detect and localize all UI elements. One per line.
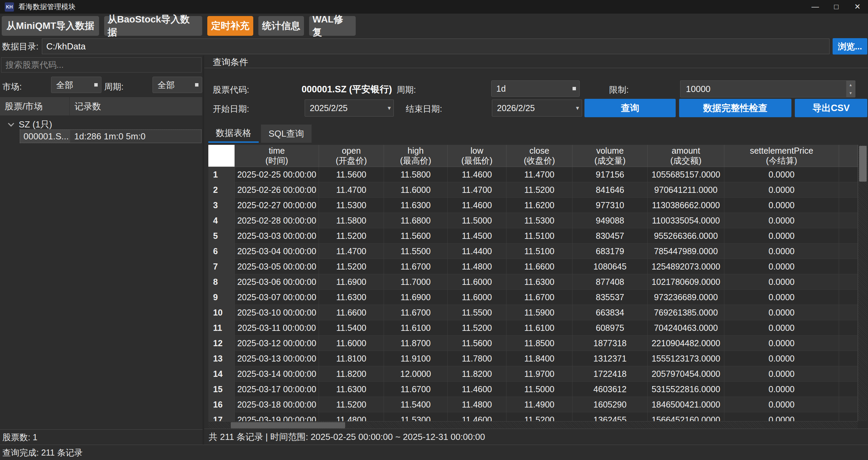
cell-low[interactable]: 11.8200	[448, 366, 507, 382]
cell-volume[interactable]: 1877318	[573, 336, 648, 351]
cell-open[interactable]: 11.6600	[319, 305, 384, 320]
row-index[interactable]: 8	[208, 274, 235, 290]
query-button[interactable]: 查询	[584, 99, 676, 117]
cell-settelementPrice[interactable]: 0.0000	[724, 305, 839, 320]
cell-close[interactable]: 11.5100	[507, 228, 573, 244]
cell-settelementPrice[interactable]: 0.0000	[724, 182, 839, 198]
toolbar-button-1[interactable]: 从MiniQMT导入数据	[2, 16, 99, 36]
toolbar-button-5[interactable]: WAL修复	[309, 16, 356, 36]
tab-2[interactable]: SQL查询	[261, 124, 312, 143]
cell-open[interactable]: 11.4700	[319, 244, 384, 259]
row-index[interactable]: 12	[208, 336, 235, 351]
cell-high[interactable]: 11.6300	[384, 198, 448, 213]
cell-high[interactable]: 11.6700	[384, 382, 448, 397]
tree-item-000001[interactable]: 000001.S... 1d:286 1m:0 5m:0	[20, 129, 202, 143]
cell-volume[interactable]: 663834	[573, 305, 648, 320]
row-index[interactable]: 13	[208, 351, 235, 366]
cell-settelementPrice[interactable]: 0.0000	[724, 366, 839, 382]
start-date-select[interactable]: 2025/2/25 ▾	[305, 99, 394, 117]
cell-settelementPrice[interactable]: 0.0000	[724, 290, 839, 305]
cell-open[interactable]: 11.5800	[319, 213, 384, 228]
cell-open[interactable]: 11.5200	[319, 259, 384, 274]
cell-open[interactable]: 11.6900	[319, 274, 384, 290]
cell-low[interactable]: 11.4400	[448, 244, 507, 259]
cell-time[interactable]: 2025-03-04 00:00:00	[235, 244, 319, 259]
cell-high[interactable]: 12.0000	[384, 366, 448, 382]
vertical-scrollbar-thumb[interactable]	[859, 146, 867, 182]
row-index[interactable]: 11	[208, 320, 235, 336]
row-index[interactable]: 9	[208, 290, 235, 305]
period-filter-select[interactable]: 全部	[152, 77, 202, 93]
cell-time[interactable]: 2025-02-26 00:00:00	[235, 182, 319, 198]
cell-time[interactable]: 2025-02-28 00:00:00	[235, 213, 319, 228]
cell-amount[interactable]: 1555123173.0000	[648, 351, 724, 366]
cell-close[interactable]: 11.5300	[507, 213, 573, 228]
column-header-volume[interactable]: volume(成交量)	[573, 145, 648, 167]
cell-volume[interactable]: 1312371	[573, 351, 648, 366]
cell-high[interactable]: 11.6700	[384, 259, 448, 274]
cell-amount[interactable]: 1130386662.0000	[648, 198, 724, 213]
cell-low[interactable]: 11.4800	[448, 259, 507, 274]
cell-open[interactable]: 11.6300	[319, 382, 384, 397]
cell-high[interactable]: 11.5400	[384, 397, 448, 412]
cell-high[interactable]: 11.5600	[384, 228, 448, 244]
cell-time[interactable]: 2025-03-03 00:00:00	[235, 228, 319, 244]
cell-low[interactable]: 11.5200	[448, 320, 507, 336]
vertical-scrollbar[interactable]	[858, 145, 867, 421]
row-index[interactable]: 7	[208, 259, 235, 274]
row-index[interactable]: 1	[208, 167, 235, 182]
tree-group-sz[interactable]: SZ (1只)	[0, 118, 202, 131]
cell-close[interactable]: 11.8400	[507, 351, 573, 366]
cell-close[interactable]: 11.6100	[507, 320, 573, 336]
cell-low[interactable]: 11.4600	[448, 382, 507, 397]
cell-volume[interactable]: 977310	[573, 198, 648, 213]
cell-low[interactable]: 11.4600	[448, 167, 507, 182]
integrity-check-button[interactable]: 数据完整性检查	[679, 99, 791, 117]
market-select[interactable]: 全部	[51, 77, 101, 93]
cell-time[interactable]: 2025-03-18 00:00:00	[235, 397, 319, 412]
cell-settelementPrice[interactable]: 0.0000	[724, 167, 839, 182]
cell-low[interactable]: 11.4600	[448, 198, 507, 213]
cell-time[interactable]: 2025-03-14 00:00:00	[235, 366, 319, 382]
cell-settelementPrice[interactable]: 0.0000	[724, 198, 839, 213]
cell-volume[interactable]: 841646	[573, 182, 648, 198]
close-button[interactable]: ✕	[847, 0, 868, 14]
cell-amount[interactable]: 973236689.0000	[648, 290, 724, 305]
toolbar-button-2[interactable]: 从BaoStock导入数据	[104, 16, 202, 36]
cell-close[interactable]: 11.6600	[507, 259, 573, 274]
column-header-amount[interactable]: amount(成交额)	[648, 145, 724, 167]
cell-open[interactable]: 11.5200	[319, 397, 384, 412]
cell-open[interactable]: 11.5400	[319, 320, 384, 336]
cell-low[interactable]: 11.7800	[448, 351, 507, 366]
cell-close[interactable]: 11.5900	[507, 305, 573, 320]
cell-high[interactable]: 11.7000	[384, 274, 448, 290]
column-header-low[interactable]: low(最低价)	[448, 145, 507, 167]
row-index[interactable]: 16	[208, 397, 235, 412]
column-header-open[interactable]: open(开盘价)	[319, 145, 384, 167]
cell-settelementPrice[interactable]: 0.0000	[724, 320, 839, 336]
cell-open[interactable]: 11.6000	[319, 336, 384, 351]
cell-close[interactable]: 11.5000	[507, 382, 573, 397]
cell-close[interactable]: 11.5200	[507, 182, 573, 198]
cell-time[interactable]: 2025-03-10 00:00:00	[235, 305, 319, 320]
cell-amount[interactable]: 1254892073.0000	[648, 259, 724, 274]
cell-volume[interactable]: 1605290	[573, 397, 648, 412]
row-index[interactable]: 4	[208, 213, 235, 228]
row-index[interactable]: 14	[208, 366, 235, 382]
cell-close[interactable]: 11.4700	[507, 167, 573, 182]
cell-amount[interactable]: 1055685157.0000	[648, 167, 724, 182]
cell-amount[interactable]: 955266366.0000	[648, 228, 724, 244]
row-index[interactable]: 6	[208, 244, 235, 259]
cell-high[interactable]: 11.5800	[384, 167, 448, 182]
cell-amount[interactable]: 1846500421.0000	[648, 397, 724, 412]
cell-amount[interactable]: 769261385.0000	[648, 305, 724, 320]
cell-volume[interactable]: 1080645	[573, 259, 648, 274]
data-directory-input[interactable]	[42, 39, 830, 54]
horizontal-scrollbar[interactable]	[208, 421, 858, 429]
cell-open[interactable]: 11.6300	[319, 290, 384, 305]
cell-volume[interactable]: 1722418	[573, 366, 648, 382]
cell-time[interactable]: 2025-03-06 00:00:00	[235, 274, 319, 290]
period-select[interactable]: 1d	[491, 80, 580, 97]
cell-time[interactable]: 2025-02-25 00:00:00	[235, 167, 319, 182]
cell-amount[interactable]: 970641211.0000	[648, 182, 724, 198]
